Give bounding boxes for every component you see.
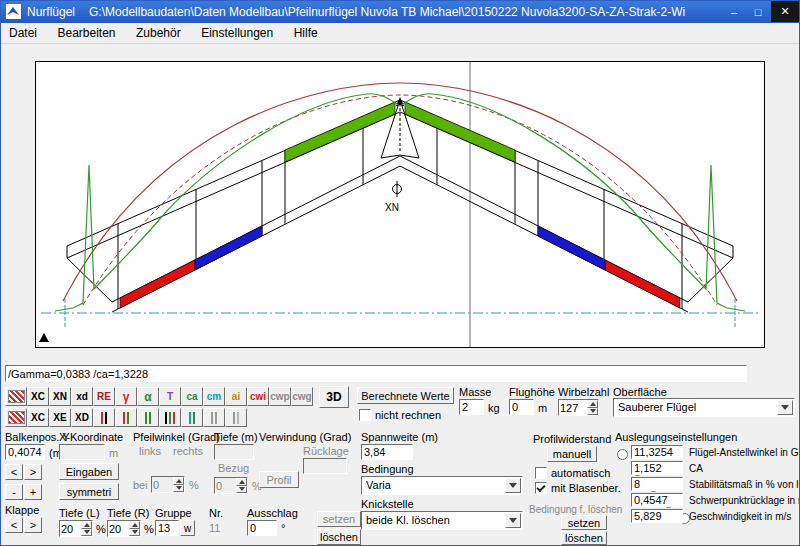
knick-loeschen-button[interactable]: löschen — [561, 531, 607, 545]
mit-blasenber-label: mit Blasenber. — [551, 482, 621, 494]
auslegung-value-4[interactable] — [631, 509, 683, 523]
xkoordinate-unit: m — [109, 447, 118, 459]
menu-hilfe[interactable]: Hilfe — [286, 23, 326, 43]
reynolds-button[interactable]: RE — [93, 387, 115, 406]
menu-einstellungen[interactable]: Einstellungen — [193, 23, 281, 43]
xd-caps-button[interactable]: XD — [71, 408, 93, 427]
cwg-plot-button[interactable]: cwg — [291, 387, 313, 406]
flap-view-button-6[interactable] — [203, 408, 225, 427]
minimize-button[interactable]: – — [722, 1, 746, 22]
view-3d-button[interactable]: 3D — [319, 386, 349, 408]
balken-plus-button[interactable]: + — [24, 484, 42, 500]
hatch-pattern-button[interactable] — [5, 387, 27, 406]
balken-prev-button[interactable]: < — [5, 464, 23, 480]
klappe-prev-button[interactable]: < — [5, 517, 23, 533]
balkenpos-input[interactable] — [5, 444, 45, 460]
combo-arrow-icon[interactable] — [505, 513, 521, 528]
xc-button[interactable]: XC — [27, 387, 49, 406]
masse-input[interactable] — [459, 399, 484, 415]
klappe-next-button[interactable]: > — [24, 517, 42, 533]
profil-button[interactable]: Profil — [259, 471, 299, 488]
menu-datei[interactable]: Datei — [1, 23, 45, 43]
cwp-plot-button[interactable]: cwp — [269, 387, 291, 406]
balken-next-button[interactable]: > — [24, 464, 42, 480]
hatch-pattern-button-2[interactable] — [5, 408, 27, 427]
gruppe-input[interactable] — [155, 520, 179, 536]
maximize-button[interactable]: □ — [746, 1, 770, 22]
hatch-icon — [8, 390, 25, 403]
manuell-button[interactable]: manuell — [547, 446, 597, 462]
balken-minus-button[interactable]: - — [5, 484, 23, 500]
berechnete-werte-button[interactable]: Berechnete Werte — [357, 387, 454, 404]
tiefe-l-spinner[interactable] — [59, 520, 93, 537]
verwindung-label: Verwindung (Grad) — [259, 431, 351, 443]
spin-up-icon[interactable] — [129, 521, 140, 529]
spin-up-icon — [173, 477, 184, 485]
alpha-plot-icon[interactable]: α — [137, 387, 159, 406]
tiefe-r-spinner[interactable] — [107, 520, 141, 537]
window-title: NurflügelG:\Modellbaudaten\Daten Modellb… — [27, 1, 713, 23]
ca-plot-button[interactable]: ca — [181, 387, 203, 406]
xe-button[interactable]: XE — [49, 408, 71, 427]
auslegung-radio-0[interactable] — [617, 449, 628, 460]
flap-view-button-7[interactable] — [225, 408, 247, 427]
auslegung-value-2[interactable] — [631, 477, 683, 491]
oberflaeche-value: Sauberer Flügel — [618, 401, 696, 413]
t-plot-icon[interactable]: T — [159, 387, 181, 406]
window-title-path: G:\Modellbaudaten\Daten Modellbau\Pfeiln… — [75, 5, 685, 19]
eingaben-button[interactable]: Eingaben — [59, 463, 119, 480]
cm-plot-button[interactable]: cm — [203, 387, 225, 406]
combo-arrow-icon[interactable] — [777, 400, 793, 415]
xc-button-2[interactable]: XC — [27, 408, 49, 427]
cwi-plot-button[interactable]: cwi — [247, 387, 269, 406]
close-button[interactable]: ✕ — [771, 1, 799, 22]
bedingung-loeschen-label: Bedingung f. löschen — [529, 504, 622, 515]
gamma-ca-input[interactable] — [5, 365, 747, 382]
spin-down-icon[interactable] — [129, 529, 140, 537]
symmetri-button[interactable]: symmetri — [59, 483, 119, 500]
menu-bearbeiten[interactable]: Bearbeiten — [49, 23, 123, 43]
flap-view-button-5[interactable] — [181, 408, 203, 427]
wirbelzahl-input[interactable] — [559, 400, 587, 415]
spin-down-icon[interactable] — [587, 408, 598, 416]
spannweite-input[interactable] — [361, 444, 413, 460]
flughoehe-input[interactable] — [509, 399, 534, 415]
flap-view-button-1[interactable] — [93, 408, 115, 427]
tiefe-l-input[interactable] — [60, 521, 81, 536]
auslegung-value-3[interactable] — [631, 493, 683, 507]
nicht-rechnen-checkbox[interactable]: nicht rechnen — [359, 409, 441, 421]
wing-canvas[interactable]: XN — [35, 61, 765, 348]
flap-view-button-2[interactable] — [115, 408, 137, 427]
application-window: NurflügelG:\Modellbaudaten\Daten Modellb… — [0, 0, 800, 546]
automatisch-checkbox[interactable]: automatisch — [535, 467, 610, 479]
xn-button[interactable]: XN — [49, 387, 71, 406]
oberflaeche-select[interactable]: Sauberer Flügel — [613, 398, 795, 417]
bedingung-select[interactable]: Varia — [361, 476, 523, 495]
spin-up-icon[interactable] — [587, 400, 598, 408]
pfeilwinkel-label: Pfeilwinkel (Grad) — [133, 431, 220, 443]
flap-view-button-4[interactable] — [159, 408, 181, 427]
bezug-label: Bezug — [218, 462, 249, 474]
spin-down-icon — [236, 486, 247, 494]
gruppe-w-button[interactable]: w — [180, 520, 195, 536]
mit-blasenber-checkbox[interactable]: mit Blasenber. — [535, 482, 621, 494]
knick-setzen-button[interactable]: setzen — [561, 515, 607, 530]
ausschlag-input[interactable] — [247, 520, 277, 536]
combo-arrow-icon[interactable] — [505, 478, 521, 493]
auslegung-value-0[interactable] — [631, 445, 683, 459]
spin-up-icon[interactable] — [81, 521, 92, 529]
gamma-plot-icon[interactable]: γ — [115, 387, 137, 406]
xd-button[interactable]: xd — [71, 387, 93, 406]
ai-plot-button[interactable]: ai — [225, 387, 247, 406]
wirbelzahl-spinner[interactable] — [558, 399, 599, 416]
auslegung-value-1[interactable] — [631, 461, 683, 475]
klappe-setzen-button[interactable]: setzen — [317, 511, 361, 527]
tiefe-r-input[interactable] — [108, 521, 129, 536]
klappe-loeschen-button[interactable]: löschen — [317, 529, 361, 545]
spin-down-icon[interactable] — [81, 529, 92, 537]
pfeilwinkel-rechts-label: rechts — [173, 445, 203, 457]
menu-zubehoer[interactable]: Zubehör — [128, 23, 189, 43]
knickstelle-select[interactable]: beide Kl. löschen — [361, 511, 523, 530]
flap-view-button-3[interactable] — [137, 408, 159, 427]
knickstelle-label: Knickstelle — [361, 498, 414, 510]
